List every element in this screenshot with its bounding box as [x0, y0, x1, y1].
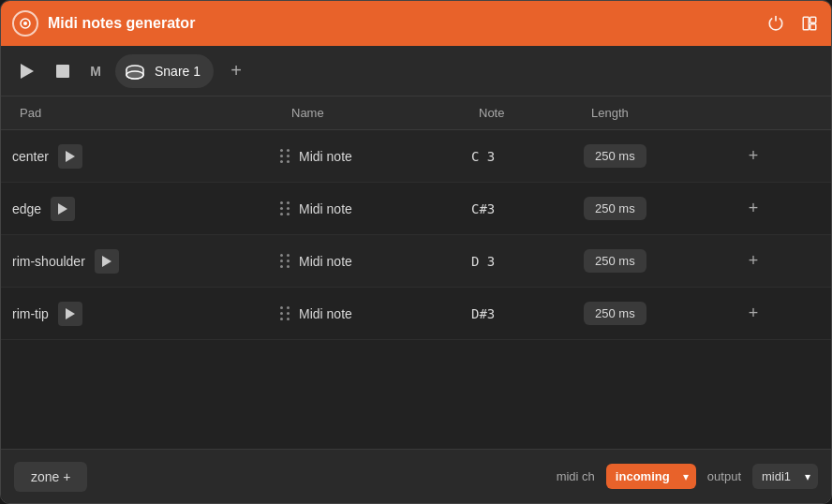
note-name-1: Midi note	[299, 201, 352, 216]
title-bar-actions	[765, 13, 820, 34]
stop-button[interactable]	[50, 58, 76, 84]
app-title: Midi notes generator	[48, 15, 765, 32]
svg-point-8	[126, 71, 143, 79]
svg-marker-11	[102, 256, 111, 267]
drag-handle-2[interactable]	[280, 254, 291, 269]
toolbar: M Snare 1 +	[1, 46, 831, 96]
output-select-wrapper: midi1midi2midi3	[752, 464, 818, 489]
table-body: center Midi note C 3 250 ms + edge	[1, 130, 831, 449]
pad-name-2: rim-shoulder	[12, 254, 85, 269]
layout-button[interactable]	[799, 13, 820, 34]
instrument-name: Snare 1	[155, 64, 201, 79]
pad-play-button-1[interactable]	[51, 197, 75, 221]
cell-note-3: D#3	[468, 306, 580, 321]
drag-handle-3[interactable]	[280, 306, 291, 321]
drum-icon	[123, 59, 147, 83]
cell-note-0: C 3	[468, 149, 580, 164]
instrument-selector[interactable]: Snare 1	[115, 54, 214, 88]
svg-rect-6	[56, 65, 69, 78]
cell-length-3: 250 ms	[580, 302, 730, 325]
title-bar: Midi notes generator	[1, 1, 831, 46]
add-instrument-button[interactable]: +	[223, 58, 249, 84]
midi-ch-select-wrapper: incoming12345678910111213141516	[606, 464, 696, 489]
cell-length-1: 250 ms	[580, 197, 730, 220]
cell-name-1: Midi note	[280, 201, 468, 216]
pad-name-3: rim-tip	[12, 306, 49, 321]
cell-pad-2: rim-shoulder	[8, 249, 280, 274]
pad-play-button-0[interactable]	[58, 144, 82, 169]
row-add-button-2[interactable]: +	[730, 251, 777, 271]
svg-marker-5	[21, 64, 34, 79]
svg-marker-9	[66, 151, 75, 162]
table-row: center Midi note C 3 250 ms +	[1, 130, 831, 183]
pad-play-button-3[interactable]	[58, 302, 82, 326]
midi-ch-select[interactable]: incoming12345678910111213141516	[606, 464, 696, 489]
table-header: Pad Name Note Length	[1, 96, 831, 130]
power-button[interactable]	[765, 13, 786, 34]
svg-rect-4	[810, 24, 816, 30]
pad-name-0: center	[12, 149, 49, 164]
length-value-2[interactable]: 250 ms	[584, 249, 646, 273]
midi-ch-label: midi ch	[557, 469, 595, 483]
length-value-1[interactable]: 250 ms	[584, 197, 646, 220]
cell-pad-1: edge	[8, 197, 280, 221]
cell-name-0: Midi note	[280, 149, 468, 164]
length-value-3[interactable]: 250 ms	[584, 302, 646, 325]
cell-name-3: Midi note	[280, 306, 468, 321]
table-row: edge Midi note C#3 250 ms +	[1, 183, 831, 235]
app-window: Midi notes generator M	[0, 0, 832, 504]
app-logo	[12, 10, 38, 37]
svg-marker-10	[58, 203, 67, 215]
note-name-0: Midi note	[299, 149, 352, 164]
output-select[interactable]: midi1midi2midi3	[752, 464, 818, 489]
cell-pad-3: rim-tip	[8, 302, 280, 326]
cell-pad-0: center	[8, 144, 280, 169]
row-add-button-0[interactable]: +	[730, 146, 777, 166]
note-name-3: Midi note	[299, 306, 352, 321]
note-name-2: Midi note	[299, 254, 352, 269]
svg-rect-3	[810, 17, 816, 22]
col-header-length: Length	[580, 96, 730, 129]
drag-handle-0[interactable]	[280, 149, 291, 164]
col-header-action	[730, 96, 777, 129]
output-label: output	[707, 469, 741, 483]
svg-marker-12	[66, 308, 75, 319]
cell-note-2: D 3	[468, 254, 580, 269]
table-row: rim-tip Midi note D#3 250 ms +	[1, 288, 831, 340]
table-row: rim-shoulder Midi note D 3 250 ms +	[1, 235, 831, 288]
length-value-0[interactable]: 250 ms	[584, 144, 646, 168]
cell-note-1: C#3	[468, 201, 580, 216]
svg-rect-2	[803, 17, 809, 30]
row-add-button-1[interactable]: +	[730, 199, 777, 218]
cell-length-2: 250 ms	[580, 249, 730, 273]
svg-point-1	[23, 22, 27, 25]
pad-play-button-2[interactable]	[95, 249, 119, 274]
zone-add-button[interactable]: zone +	[14, 462, 87, 492]
footer: zone + midi ch incoming12345678910111213…	[1, 449, 831, 503]
table-container: Pad Name Note Length center Midi note	[1, 96, 831, 449]
col-header-pad: Pad	[8, 96, 280, 129]
mute-button[interactable]: M	[85, 58, 106, 84]
col-header-name: Name	[280, 96, 468, 129]
cell-name-2: Midi note	[280, 254, 468, 269]
play-button[interactable]	[14, 58, 40, 84]
row-add-button-3[interactable]: +	[730, 304, 777, 323]
cell-length-0: 250 ms	[580, 144, 730, 168]
pad-name-1: edge	[12, 201, 41, 216]
drag-handle-1[interactable]	[280, 201, 291, 216]
col-header-note: Note	[468, 96, 580, 129]
